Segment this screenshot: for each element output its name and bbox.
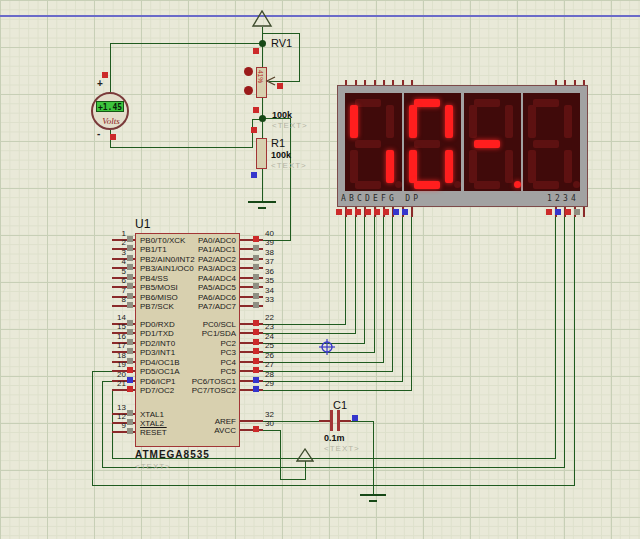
c1-plate[interactable] <box>330 410 333 431</box>
segment-D <box>414 181 440 189</box>
wire <box>364 217 365 344</box>
display-top-tick <box>574 80 576 85</box>
u1-pin-number: 33 <box>265 296 274 304</box>
display-seg-pin <box>411 207 413 217</box>
display-top-tick <box>364 80 366 85</box>
pin-state-square <box>253 358 259 364</box>
pin-state-square <box>127 293 133 299</box>
r1-ref-label: R1 <box>271 137 285 149</box>
u1-pin-label: PA5/ADC5 <box>146 283 236 292</box>
segment-E <box>350 150 358 183</box>
pin-state-square <box>127 320 133 326</box>
u1-pin-label: PC5 <box>146 367 236 376</box>
pin-state-square <box>253 367 259 373</box>
u1-text-placeholder: <TEXT> <box>135 462 171 471</box>
display-digit-1[interactable] <box>345 93 402 191</box>
segment-B <box>564 105 572 138</box>
rv1-decrease-button[interactable] <box>244 86 253 95</box>
pin-state-square <box>127 367 133 373</box>
u1-pin-number: 17 <box>93 342 126 350</box>
pin-state-square <box>253 236 259 242</box>
rv1-increase-button[interactable] <box>244 67 253 76</box>
u1-pin-number: 38 <box>265 249 274 257</box>
wire <box>92 485 575 486</box>
segment-D <box>474 181 500 189</box>
pin-state-square <box>127 410 133 416</box>
segment-F <box>350 105 358 138</box>
r1-value-label: 100k <box>271 150 291 160</box>
wire <box>392 217 393 372</box>
u1-pin-40 <box>240 239 263 241</box>
segment-A <box>474 99 500 107</box>
pin-state-square <box>127 283 133 289</box>
u1-pin-number: 25 <box>265 342 274 350</box>
u1-pin-label: PC2 <box>146 339 236 348</box>
u1-pin-number: 4 <box>93 258 126 266</box>
segment-C <box>386 150 394 183</box>
pin-state-square <box>253 329 259 335</box>
wire <box>305 461 306 480</box>
rv1-position: 41% <box>257 70 264 83</box>
u1-pin-label: PA3/ADC3 <box>146 264 236 273</box>
wire <box>262 33 300 34</box>
u1-pin-number: 34 <box>265 287 274 295</box>
pin-state-square <box>253 274 259 280</box>
pin-state-square <box>402 209 408 215</box>
segment-DP <box>573 181 580 188</box>
u1-pin-number: 39 <box>265 239 274 247</box>
segment-B <box>386 105 394 138</box>
ground-icon[interactable] <box>359 492 387 506</box>
pin-state-square <box>336 209 342 215</box>
pin-state-square <box>127 358 133 364</box>
pin-state-square <box>127 377 133 383</box>
pin-state-square <box>574 209 580 215</box>
display-digit-2[interactable] <box>404 93 461 191</box>
u1-pin-label: PC3 <box>146 348 236 357</box>
schematic-canvas[interactable]: +1.45 Volts + - 41% RV1 100k <TEXT> R1 1… <box>0 0 640 539</box>
u1-pin-number: 19 <box>93 361 126 369</box>
u1-ref-label: U1 <box>135 218 150 230</box>
segment-D <box>355 181 381 189</box>
u1-pin-number: 6 <box>93 277 126 285</box>
r1-body[interactable] <box>256 138 267 169</box>
junction-dot <box>259 40 266 47</box>
u1-pin-number: 20 <box>93 371 126 379</box>
wire <box>564 217 565 468</box>
ground-icon[interactable] <box>247 198 277 212</box>
origin-marker-icon <box>319 339 335 355</box>
pin-state-square <box>127 339 133 345</box>
c1-plate[interactable] <box>337 410 340 431</box>
u1-pin-label: PC1/SDA <box>146 329 236 338</box>
c1-text-placeholder: <TEXT> <box>324 444 360 453</box>
wire <box>102 467 565 468</box>
segment-G <box>355 140 381 148</box>
pin-state-square <box>355 209 361 215</box>
display-digit-3[interactable] <box>464 93 521 191</box>
pin-state-square <box>127 428 133 434</box>
power-terminal-icon[interactable] <box>296 448 314 462</box>
wire <box>555 217 556 459</box>
u1-pin-number: 18 <box>93 352 126 360</box>
wire <box>254 371 393 372</box>
u1-pin-label: AVCC <box>146 426 236 435</box>
display-digit-4[interactable] <box>523 93 580 191</box>
u1-pin-number: 1 <box>93 230 126 238</box>
segment-D <box>533 181 559 189</box>
junction-dot <box>259 115 266 122</box>
u1-pin-label: PC7/TOSC2 <box>146 386 236 395</box>
pin-state-square <box>253 302 259 308</box>
u1-pin-label: PA6/ADC6 <box>146 293 236 302</box>
power-terminal-icon[interactable] <box>251 10 273 28</box>
segment-B <box>445 105 453 138</box>
u1-pin-number: 7 <box>93 287 126 295</box>
u1-pin-label: PC0/SCL <box>146 320 236 329</box>
segment-C <box>445 150 453 183</box>
u1-pin-36 <box>240 277 263 279</box>
voltmeter-minus-label: - <box>97 129 100 139</box>
u1-pin-23 <box>240 332 263 334</box>
display-top-tick <box>583 80 585 85</box>
segment-E <box>409 150 417 183</box>
pin-state-square <box>127 236 133 242</box>
segment-DP <box>514 181 521 188</box>
wire <box>262 168 263 201</box>
